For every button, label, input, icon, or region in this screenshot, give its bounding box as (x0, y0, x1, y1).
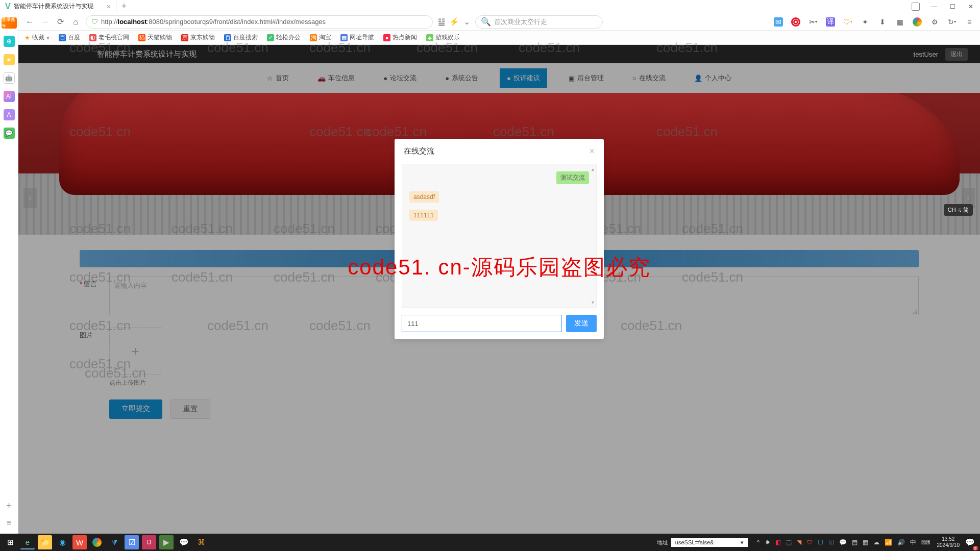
tray-lang-icon[interactable]: 中 (910, 538, 916, 547)
address-bar: ← → ⟳ ⌂ 🛡 http://localhost:8080/springbo… (18, 13, 980, 31)
url-text: http://localhost:8080/springbooturqs9/fr… (101, 18, 326, 26)
chevron-down-icon[interactable]: ⌄ (463, 17, 470, 27)
translate-tool-icon[interactable]: 译 (826, 17, 835, 27)
modal-close-icon[interactable]: × (589, 146, 595, 157)
taskbar-wechat-icon[interactable]: 💬 (177, 535, 191, 549)
sidebar-chat-icon[interactable]: 💬 (4, 128, 15, 139)
tray-wifi-icon[interactable]: 📶 (885, 539, 892, 546)
taskbar-vscode-icon[interactable]: ⧩ (107, 535, 121, 549)
bookmark-item[interactable]: 猫天猫购物 (138, 33, 172, 42)
window-titlebar: V 智能停车计费系统设计与实现 × + — ☐ ✕ (0, 0, 980, 13)
bookmark-fav[interactable]: ★收藏▾ (24, 33, 50, 42)
sidebar-bot-icon[interactable]: 🤖 (4, 72, 15, 84)
bookmark-item[interactable]: 淘淘宝 (310, 33, 331, 42)
tray-app6-icon[interactable]: ☑ (828, 539, 834, 546)
taskbar-wps-icon[interactable]: W (72, 535, 87, 549)
taskbar-dropdown[interactable]: useSSL=false&▾ (671, 538, 748, 547)
chrome-icon[interactable] (913, 17, 922, 27)
taskbar-edge-icon[interactable]: ◉ (55, 535, 69, 549)
tray-app8-icon[interactable]: ▦ (863, 539, 868, 546)
big-watermark: code51. cn-源码乐园盗图必究 (348, 253, 650, 282)
sidebar-ai-icon[interactable]: AI (4, 91, 15, 102)
weibo-icon[interactable]: ⦿ (791, 17, 800, 27)
search-input[interactable]: 🔍 首次商业太空行走 (475, 15, 603, 29)
browser-sidebar: 登录账号 ⊕ ★ 🤖 AI A 💬 + ≡ (0, 13, 18, 534)
send-button[interactable]: 发送 (566, 315, 597, 332)
sidebar-add-icon[interactable]: + (6, 500, 12, 511)
extensions-icon[interactable]: ▦ (895, 17, 904, 27)
translate-icon[interactable]: ䷊ (438, 17, 445, 27)
back-icon[interactable]: ← (24, 17, 35, 27)
new-tab-button[interactable]: + (116, 1, 132, 12)
scroll-down-icon[interactable]: ▾ (592, 299, 596, 305)
gear-icon[interactable]: ⚙ (930, 17, 939, 27)
bookmark-item[interactable]: ♣游戏娱乐 (426, 33, 460, 42)
sidebar-star-icon[interactable]: ★ (4, 54, 15, 65)
chat-messages[interactable]: ▴ 测试交流 asdasdf 111111 ▾ (402, 164, 597, 308)
browser-tab[interactable]: V 智能停车计费系统设计与实现 × (0, 0, 116, 13)
start-icon[interactable]: ⊞ (3, 535, 17, 549)
forward-icon[interactable]: → (40, 17, 50, 27)
taskbar-clock[interactable]: 13:52 2024/9/10 (937, 536, 960, 548)
shield-icon: 🛡 (91, 18, 98, 26)
bookmark-item[interactable]: ▦网址导航 (340, 33, 374, 42)
chat-message-sent: 测试交流 (409, 171, 589, 184)
chat-input[interactable] (402, 315, 562, 332)
tray-app7-icon[interactable]: ▤ (852, 539, 857, 546)
bookmark-item[interactable]: 京京东购物 (181, 33, 215, 42)
taskbar-addr-label: 地址 (657, 539, 668, 546)
bookmark-item[interactable]: 百百度搜索 (224, 33, 258, 42)
tray-app3-icon[interactable]: ⬚ (786, 539, 792, 546)
sidebar-a-icon[interactable]: A (4, 109, 15, 120)
search-placeholder: 首次商业太空行走 (494, 17, 547, 27)
notifications-icon[interactable]: 💬2 (963, 535, 977, 549)
download-icon[interactable]: ⬇ (878, 17, 887, 27)
scroll-up-icon[interactable]: ▴ (592, 166, 596, 179)
sidebar-app1-icon[interactable]: ⊕ (4, 36, 15, 47)
refresh-arrow-icon[interactable]: ↻▾ (947, 17, 957, 27)
bookmark-item[interactable]: 百百度 (59, 33, 80, 42)
taskbar-misc-icon[interactable]: ⌘ (194, 535, 208, 549)
bookmarks-bar: ★收藏▾ 百百度 ◐老毛桃官网 猫天猫购物 京京东购物 百百度搜索 ✓轻松办公 … (18, 31, 980, 45)
bookmark-item[interactable]: ◐老毛桃官网 (89, 33, 129, 42)
window-maximize-icon[interactable]: ☐ (943, 0, 962, 13)
close-tab-icon[interactable]: × (107, 3, 111, 11)
reload-icon[interactable]: ⟳ (55, 17, 65, 27)
tray-app2-icon[interactable]: ◧ (775, 539, 781, 546)
tray-wechat-icon[interactable]: 💬 (839, 539, 847, 546)
ime-indicator[interactable]: CH ♫ 简 (944, 204, 973, 216)
mail-icon[interactable]: ✉ (774, 17, 783, 27)
plus-icon[interactable]: ✦ (861, 17, 870, 27)
scissors-icon[interactable]: ✂▾ (808, 17, 818, 27)
home-icon[interactable]: ⌂ (70, 17, 81, 27)
window-pip-icon[interactable] (906, 0, 925, 13)
shield-orange-icon[interactable]: 🛡▾ (843, 17, 852, 27)
window-close-icon[interactable]: ✕ (962, 0, 980, 13)
taskbar-chrome-icon[interactable] (90, 535, 104, 549)
tray-cloud-icon[interactable]: ☁ (873, 539, 879, 546)
url-input[interactable]: 🛡 http://localhost:8080/springbooturqs9/… (86, 15, 433, 29)
tray-ime-icon[interactable]: ⌨ (921, 539, 930, 546)
window-minimize-icon[interactable]: — (925, 0, 943, 13)
tray-app4-icon[interactable]: ◥ (797, 539, 801, 546)
search-icon: 🔍 (481, 17, 491, 27)
bookmark-item[interactable]: ●热点新闻 (383, 33, 417, 42)
sidebar-menu-icon[interactable]: ≡ (7, 518, 11, 528)
tray-app1-icon[interactable]: ✸ (765, 539, 770, 546)
vue-icon: V (5, 2, 11, 11)
chat-message-received: asdasdf (409, 191, 589, 203)
bookmark-item[interactable]: ✓轻松办公 (267, 33, 301, 42)
menu-icon[interactable]: ≡ (965, 17, 974, 27)
taskbar-todo-icon[interactable]: ☑ (125, 535, 139, 549)
tray-volume-icon[interactable]: 🔊 (897, 539, 905, 546)
taskbar-explorer-icon[interactable]: 📁 (38, 535, 52, 549)
tray-shield-icon[interactable]: 🛡 (806, 539, 813, 546)
taskbar-video-icon[interactable]: ▶ (159, 535, 174, 549)
sidebar-login-icon[interactable]: 登录账号 (2, 17, 17, 29)
taskbar-idea-icon[interactable]: IJ (142, 535, 156, 549)
tray-app5-icon[interactable]: ☐ (818, 539, 823, 546)
chat-message-received: 111111 (409, 210, 589, 221)
taskbar-browser-icon[interactable]: e (20, 535, 35, 549)
bolt-icon[interactable]: ⚡ (449, 17, 459, 27)
tray-up-icon[interactable]: ^ (757, 539, 760, 546)
